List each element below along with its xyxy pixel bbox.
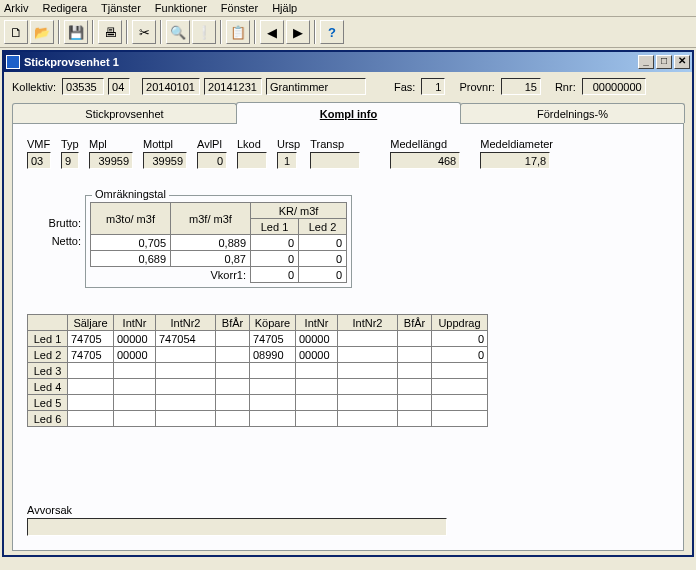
led-h-intnr: IntNr [114, 315, 156, 331]
cell[interactable]: 00000 [296, 347, 338, 363]
menu-redigera[interactable]: Redigera [42, 2, 87, 14]
cell[interactable] [338, 379, 398, 395]
help-icon[interactable]: ? [320, 20, 344, 44]
cell[interactable] [338, 347, 398, 363]
avlpl-label: AvlPl [197, 138, 222, 150]
cell[interactable] [398, 395, 432, 411]
cell[interactable]: 74705 [250, 331, 296, 347]
cell[interactable] [432, 363, 488, 379]
cell[interactable] [398, 363, 432, 379]
cell[interactable] [338, 331, 398, 347]
menu-funktioner[interactable]: Funktioner [155, 2, 207, 14]
cell[interactable] [432, 411, 488, 427]
cell[interactable] [68, 379, 114, 395]
cell[interactable] [338, 411, 398, 427]
cell[interactable] [338, 363, 398, 379]
kollektiv1-field: 03535 [62, 78, 104, 95]
find-icon[interactable]: 🔍 [166, 20, 190, 44]
cell[interactable] [216, 363, 250, 379]
provnr-label: Provnr: [459, 81, 494, 93]
open-icon[interactable]: 📂 [30, 20, 54, 44]
new-icon[interactable]: 🗋 [4, 20, 28, 44]
row-header: Led 5 [28, 395, 68, 411]
cell[interactable] [156, 379, 216, 395]
cell[interactable] [156, 363, 216, 379]
netto-l2: 0 [299, 251, 347, 267]
cell[interactable] [216, 347, 250, 363]
prev-icon[interactable]: ◀ [260, 20, 284, 44]
cell[interactable] [114, 379, 156, 395]
header-row: Kollektiv: 03535 04 20140101 20141231 Gr… [12, 78, 684, 95]
row-brutto: 0,705 0,889 0 0 [91, 235, 347, 251]
window-title: Stickprovsenhet 1 [24, 56, 636, 68]
cell[interactable] [156, 411, 216, 427]
cell[interactable] [338, 395, 398, 411]
cell[interactable] [398, 331, 432, 347]
col-led2: Led 2 [299, 219, 347, 235]
cell[interactable] [216, 379, 250, 395]
cell[interactable] [156, 347, 216, 363]
cell[interactable] [250, 379, 296, 395]
info-icon[interactable]: ❕ [192, 20, 216, 44]
cell[interactable] [250, 363, 296, 379]
minimize-button[interactable]: _ [638, 55, 654, 69]
cell[interactable] [114, 395, 156, 411]
cut-icon[interactable]: ✂ [132, 20, 156, 44]
save-icon[interactable]: 💾 [64, 20, 88, 44]
cell[interactable] [296, 379, 338, 395]
cell[interactable] [156, 395, 216, 411]
next-icon[interactable]: ▶ [286, 20, 310, 44]
kind-field: Grantimmer [266, 78, 366, 95]
menu-tjanster[interactable]: Tjänster [101, 2, 141, 14]
cell[interactable]: 0 [432, 331, 488, 347]
copy-icon[interactable]: 📋 [226, 20, 250, 44]
cell[interactable]: 00000 [114, 331, 156, 347]
cell[interactable]: 00000 [296, 331, 338, 347]
date-from-field: 20140101 [142, 78, 200, 95]
row-vkorr: Vkorr1: 0 0 [91, 267, 347, 283]
menu-hjalp[interactable]: Hjälp [272, 2, 297, 14]
cell[interactable]: 08990 [250, 347, 296, 363]
vkorr-l2: 0 [299, 267, 347, 283]
typ-field: 9 [61, 152, 79, 169]
cell[interactable] [398, 379, 432, 395]
cell[interactable] [114, 363, 156, 379]
cell[interactable] [296, 363, 338, 379]
cell[interactable]: 747054 [156, 331, 216, 347]
cell[interactable] [216, 395, 250, 411]
col-kr: KR/ m3f [251, 203, 347, 219]
toolbar: 🗋 📂 💾 🖶 ✂ 🔍 ❕ 📋 ◀ ▶ ? [0, 17, 696, 48]
cell[interactable] [432, 379, 488, 395]
cell[interactable]: 0 [432, 347, 488, 363]
tab-stickprovsenhet[interactable]: Stickprovsenhet [12, 103, 237, 123]
cell[interactable] [68, 395, 114, 411]
cell[interactable] [114, 411, 156, 427]
cell[interactable] [250, 395, 296, 411]
cell[interactable] [398, 347, 432, 363]
avvorsak-field[interactable] [27, 518, 447, 536]
netto-l1: 0 [251, 251, 299, 267]
cell[interactable] [398, 411, 432, 427]
cell[interactable] [68, 411, 114, 427]
cell[interactable] [216, 331, 250, 347]
close-button[interactable]: ✕ [674, 55, 690, 69]
cell[interactable] [296, 395, 338, 411]
cell[interactable]: 74705 [68, 347, 114, 363]
tab-fordelnings[interactable]: Fördelnings-% [460, 103, 685, 123]
cell[interactable] [68, 363, 114, 379]
col-led1: Led 1 [251, 219, 299, 235]
cell[interactable] [250, 411, 296, 427]
cell[interactable]: 74705 [68, 331, 114, 347]
tab-body: VMF03 Typ9 Mpl39959 Mottpl39959 AvlPl0 L… [12, 123, 684, 551]
cell[interactable] [296, 411, 338, 427]
menu-arkiv[interactable]: Arkiv [4, 2, 28, 14]
cell[interactable] [216, 411, 250, 427]
cell[interactable] [432, 395, 488, 411]
maximize-button[interactable]: □ [656, 55, 672, 69]
cell[interactable]: 00000 [114, 347, 156, 363]
print-icon[interactable]: 🖶 [98, 20, 122, 44]
vmf-label: VMF [27, 138, 50, 150]
brutto-l1: 0 [251, 235, 299, 251]
tab-kompl-info[interactable]: Kompl info [236, 102, 461, 124]
menu-fonster[interactable]: Fönster [221, 2, 258, 14]
